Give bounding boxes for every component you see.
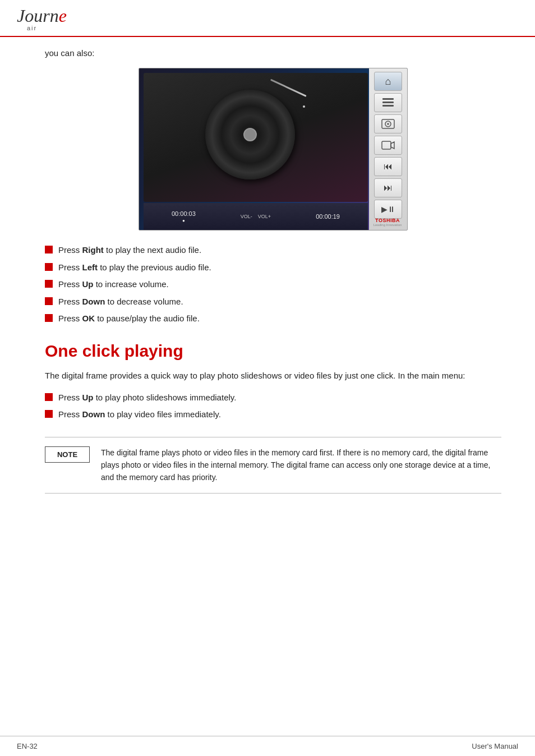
photo-button[interactable] xyxy=(374,114,402,133)
bullet-icon xyxy=(45,314,53,322)
list-item: Press Down to play video files immediate… xyxy=(45,408,501,421)
svg-rect-0 xyxy=(382,98,394,100)
list-item: Press Up to play photo slideshows immedi… xyxy=(45,391,501,404)
list-item-text: Press Up to increase volume. xyxy=(58,278,169,291)
svg-rect-2 xyxy=(382,105,394,107)
play-pause-button[interactable]: ▶⏸ xyxy=(374,200,402,219)
list-item-text: Press Right to play the next audio file. xyxy=(58,244,201,257)
vol-minus: VOL- xyxy=(241,214,252,219)
list-item: Press Right to play the next audio file. xyxy=(45,244,501,257)
note-label: NOTE xyxy=(45,446,90,463)
svg-marker-7 xyxy=(391,142,394,149)
svg-rect-1 xyxy=(382,102,394,103)
bullet-icon xyxy=(45,280,53,288)
manual-title: User's Manual xyxy=(472,742,518,750)
tonearm xyxy=(270,79,307,97)
main-content: you can also: MP3 00:00:03 xyxy=(0,37,535,505)
toshiba-tagline: Leading Innovation xyxy=(370,223,405,227)
list-item: Press Left to play the previous audio fi… xyxy=(45,261,501,274)
svg-point-5 xyxy=(387,123,389,125)
needle-tip xyxy=(303,105,305,108)
list-item-text: Press OK to pause/play the audio file. xyxy=(58,312,200,325)
bullet-icon xyxy=(45,410,53,418)
svg-rect-6 xyxy=(382,141,391,149)
bullet-icon xyxy=(45,297,53,305)
list-item: Press OK to pause/play the audio file. xyxy=(45,312,501,325)
toshiba-brand-name: TOSHIBA xyxy=(370,218,405,223)
bullet-icon xyxy=(45,263,53,271)
logo: Journe air xyxy=(17,7,67,31)
bullet-icon xyxy=(45,246,53,253)
right-controls-panel: ⌂ xyxy=(369,68,407,230)
next-button[interactable]: ⏭ xyxy=(374,178,402,197)
intro-text: you can also: xyxy=(45,48,501,58)
previous-button[interactable]: ⏮ xyxy=(374,157,402,176)
toshiba-logo: TOSHIBA Leading Innovation xyxy=(370,218,405,227)
list-item-text: Press Up to play photo slideshows immedi… xyxy=(58,391,236,404)
note-text: The digital frame plays photo or video f… xyxy=(101,446,501,484)
vol-plus: VOL+ xyxy=(258,214,271,219)
bullet-icon xyxy=(45,393,53,401)
section-body: The digital frame provides a quick way t… xyxy=(45,369,501,382)
note-box: NOTE The digital frame plays photo or vi… xyxy=(45,437,501,494)
time-total: 00:00:19 xyxy=(316,213,340,220)
audio-controls-list: Press Right to play the next audio file.… xyxy=(45,244,501,325)
bottom-controls: 00:00:03 ● VOL- VOL+ 00:00:19 xyxy=(144,203,368,230)
one-click-list: Press Up to play photo slideshows immedi… xyxy=(45,391,501,421)
list-item-text: Press Down to play video files immediate… xyxy=(58,408,221,421)
list-item: Press Up to increase volume. xyxy=(45,278,501,291)
logo-text: Journe xyxy=(17,7,67,25)
vinyl-record xyxy=(205,90,295,179)
volume-controls: VOL- VOL+ xyxy=(241,214,271,219)
page-footer: EN-32 User's Manual xyxy=(0,736,535,756)
time-elapsed: 00:00:03 ● xyxy=(172,210,196,223)
list-item: Press Down to decrease volume. xyxy=(45,296,501,308)
logo-sub: air xyxy=(27,25,37,31)
list-item-text: Press Down to decrease volume. xyxy=(58,296,183,308)
page-number: EN-32 xyxy=(17,742,38,750)
page-header: Journe air xyxy=(0,0,535,37)
section-heading: One click playing xyxy=(45,341,501,361)
home-button[interactable]: ⌂ xyxy=(374,72,402,91)
turntable-display xyxy=(144,73,368,202)
list-item-text: Press Left to play the previous audio fi… xyxy=(58,261,211,274)
video-button[interactable] xyxy=(374,136,402,155)
screenshot-image: MP3 00:00:03 ● VOL- xyxy=(139,68,408,231)
menu-button[interactable] xyxy=(374,93,402,112)
screenshot-container: MP3 00:00:03 ● VOL- xyxy=(45,68,501,231)
